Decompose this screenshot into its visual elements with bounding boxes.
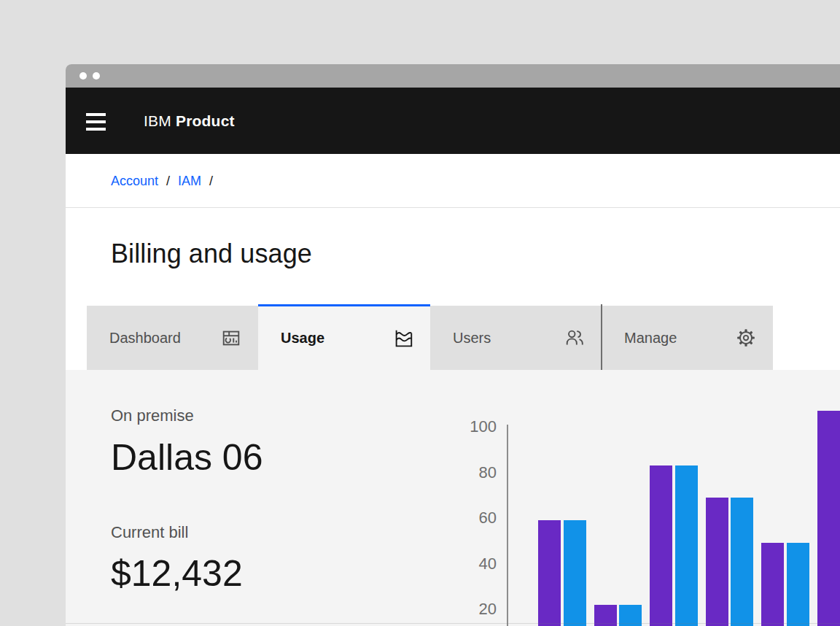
bar-purple: [706, 498, 728, 626]
bar-purple: [817, 411, 840, 626]
app-window: IBM Product Account/IAM/ Billing and usa…: [66, 64, 840, 626]
bar-purple: [538, 520, 561, 626]
usage-bar-chart: 10080604020: [66, 64, 840, 626]
chart-y-axis-line: [507, 425, 508, 626]
bar-purple: [761, 543, 784, 626]
bar-blue: [787, 543, 809, 626]
y-axis-tick-label: 80: [446, 463, 497, 482]
y-axis-tick-label: 20: [446, 600, 497, 619]
y-axis-tick-label: 60: [446, 509, 497, 528]
bar-purple: [650, 465, 672, 626]
y-axis-tick-label: 40: [446, 554, 497, 573]
y-axis-tick-label: 100: [446, 417, 497, 436]
bar-blue: [731, 498, 753, 626]
bar-blue: [675, 465, 698, 626]
bar-blue: [564, 520, 586, 626]
desktop-background: IBM Product Account/IAM/ Billing and usa…: [0, 0, 840, 626]
chart-baseline-hint: [66, 623, 840, 624]
